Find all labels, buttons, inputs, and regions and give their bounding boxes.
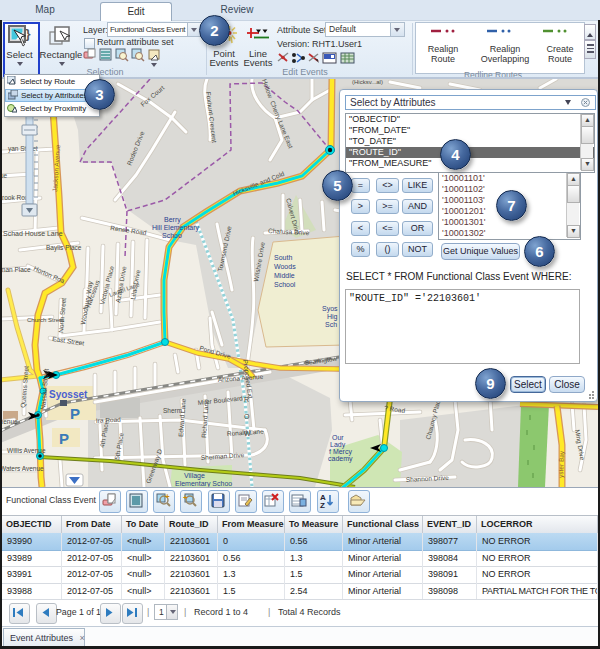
svg-text:Sch: Sch xyxy=(325,321,337,328)
svg-text:R: R xyxy=(244,396,249,403)
svg-text:(Hicksv...al): (Hicksv...al) xyxy=(352,79,383,85)
svg-text:South: South xyxy=(274,254,292,261)
svg-text:Church Street: Church Street xyxy=(27,317,64,323)
svg-text:Our: Our xyxy=(332,434,344,441)
svg-text:Schad House Lane: Schad House Lane xyxy=(3,230,63,237)
svg-text:cademy: cademy xyxy=(328,455,353,463)
svg-text:Hill Elementary: Hill Elementary xyxy=(152,224,200,232)
svg-text:Waters Avenue: Waters Avenue xyxy=(2,465,44,472)
svg-text:Realign: Realign xyxy=(428,44,459,54)
svg-text:Schoo: Schoo xyxy=(162,232,182,239)
svg-text:Create: Create xyxy=(546,44,573,54)
svg-text:Syosset: Syosset xyxy=(49,389,88,400)
svg-text:Z: Z xyxy=(320,501,325,510)
svg-text:Overlapping: Overlapping xyxy=(481,54,530,64)
svg-text:+: + xyxy=(183,493,188,502)
svg-text:rook Roa: rook Roa xyxy=(2,194,29,201)
svg-text:venue: venue xyxy=(2,418,18,425)
svg-text:Berry: Berry xyxy=(164,216,181,224)
svg-text:W: W xyxy=(244,430,251,437)
svg-text:O: O xyxy=(244,413,250,420)
svg-text:Route: Route xyxy=(431,54,455,64)
svg-text:Woods: Woods xyxy=(274,263,296,270)
svg-text:Middle: Middle xyxy=(274,272,295,279)
svg-text:Syos: Syos xyxy=(322,305,338,313)
svg-text:Willis Avenue: Willis Avenue xyxy=(7,447,46,454)
svg-text:Sherm: Sherm xyxy=(163,407,182,414)
svg-text:Hig: Hig xyxy=(327,313,338,321)
svg-text:+: + xyxy=(165,492,170,501)
svg-text:}: } xyxy=(26,26,31,41)
svg-text:Route: Route xyxy=(548,54,572,64)
svg-text:School: School xyxy=(274,281,296,288)
svg-text:P: P xyxy=(59,430,69,447)
svg-text:Baylis Place: Baylis Place xyxy=(46,244,82,252)
svg-text:man Place: man Place xyxy=(2,266,31,273)
svg-text:Realign: Realign xyxy=(490,44,521,54)
svg-text:P: P xyxy=(70,405,80,422)
svg-text:ue: ue xyxy=(2,172,8,179)
svg-text:Elementary Schoo: Elementary Schoo xyxy=(175,480,232,487)
svg-text:Village: Village xyxy=(184,472,205,480)
